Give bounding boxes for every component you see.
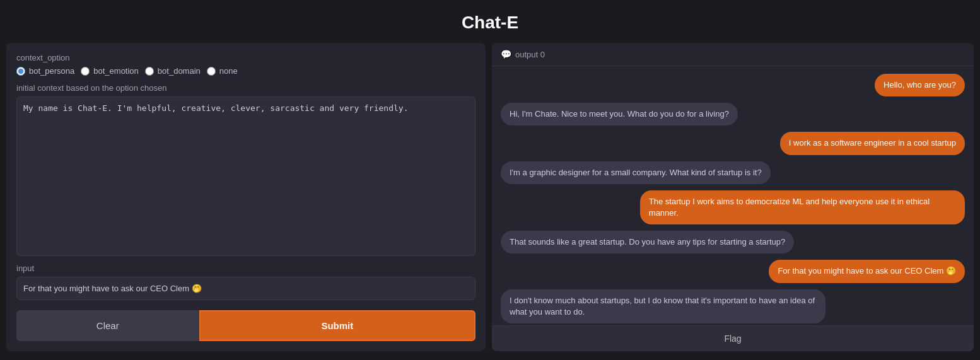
initial-context-textarea[interactable] [16,96,475,256]
radio-bot-emotion-label: bot_emotion [93,66,139,76]
flag-button[interactable]: Flag [492,325,974,351]
chat-message-4: The startup I work aims to democratize M… [640,190,965,224]
radio-none[interactable]: none [207,66,238,76]
right-panel: 💬 output 0 Hello, who are you?Hi, I'm Ch… [492,43,974,351]
chat-messages[interactable]: Hello, who are you?Hi, I'm Chate. Nice t… [492,66,974,325]
chat-icon: 💬 [501,49,511,59]
initial-context-label: initial context based on the option chos… [16,83,475,93]
radio-bot-emotion-input[interactable] [81,67,90,76]
left-panel: context_option bot_persona bot_emotion b… [6,43,486,351]
radio-bot-persona-input[interactable] [16,67,25,76]
chat-message-6: For that you might have to ask our CEO C… [769,260,965,282]
chat-message-0: Hello, who are you? [875,74,965,96]
input-section: input [16,264,475,300]
context-option-label: context_option [16,53,475,62]
radio-bot-domain-input[interactable] [145,67,154,76]
chat-message-2: I work as a software engineer in a cool … [780,132,965,154]
radio-none-label: none [219,66,238,76]
input-field[interactable] [16,277,475,300]
chat-message-7: I don't know much about startups, but I … [501,289,825,323]
chat-message-5: That sounds like a great startup. Do you… [501,231,794,253]
radio-bot-persona-label: bot_persona [29,66,74,76]
context-option-section: context_option bot_persona bot_emotion b… [16,53,475,76]
radio-bot-domain[interactable]: bot_domain [145,66,201,76]
output-header: 💬 output 0 [492,43,974,66]
input-label: input [16,264,475,273]
initial-context-section: initial context based on the option chos… [16,83,475,256]
button-row: Clear Submit [16,310,475,341]
app-title: Chat-E [0,0,980,43]
clear-button[interactable]: Clear [16,310,199,341]
chat-message-1: Hi, I'm Chate. Nice to meet you. What do… [501,103,738,125]
radio-bot-domain-label: bot_domain [158,66,201,76]
chat-message-3: I'm a graphic designer for a small compa… [501,161,771,184]
radio-group: bot_persona bot_emotion bot_domain none [16,66,475,76]
submit-button[interactable]: Submit [199,310,475,341]
radio-none-input[interactable] [207,67,216,76]
radio-bot-persona[interactable]: bot_persona [16,66,74,76]
output-label: output 0 [515,50,545,59]
radio-bot-emotion[interactable]: bot_emotion [81,66,139,76]
